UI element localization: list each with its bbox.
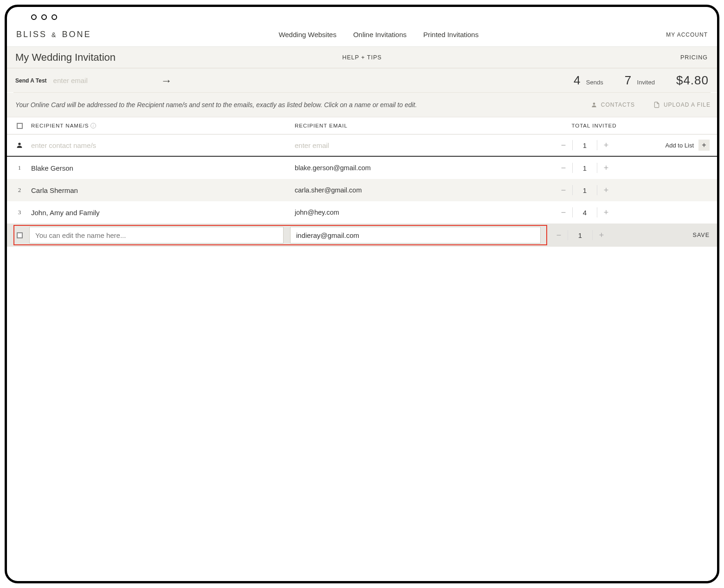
nav-printed-invitations[interactable]: Printed Invitations [423,31,478,38]
sub-header: My Wedding Invitation HELP + TIPS PRICIN… [7,47,717,68]
select-all-checkbox[interactable] [17,123,23,129]
sends-number: 4 [574,73,580,87]
recipient-email[interactable]: john@hey.com [295,209,545,216]
edit-name-field[interactable] [29,227,284,243]
decrement-button[interactable]: − [555,184,572,197]
recipient-name[interactable]: Carla Sherman [26,186,295,194]
count-stepper: − 1 + [550,229,629,242]
increment-button[interactable]: + [597,161,615,174]
row-index: 3 [13,209,26,216]
edit-email-input[interactable] [296,231,535,239]
top-bar: BLISS & BONE Wedding Websites Online Inv… [7,23,717,47]
decrement-button[interactable]: − [555,206,572,219]
count-stepper: − 1 + [555,184,634,197]
decrement-button[interactable]: − [555,161,572,174]
add-count-value: 1 [573,141,597,149]
top-nav: Wedding Websites Online Invitations Prin… [278,31,478,38]
table-row: 1 Blake Gerson blake.gerson@gmail.com − … [7,157,717,179]
recipient-email[interactable]: blake.gerson@gmail.com [295,164,545,172]
add-to-list-action: Add to List + [666,140,711,151]
recipient-name[interactable]: John, Amy and Family [26,209,295,217]
stat-sends: 4 Sends [574,73,603,88]
sends-label: Sends [582,79,603,86]
send-test-row: Send A Test → 4 Sends 7 Invited $4.80 [7,68,717,92]
instruction-row: Your Online Card will be addressed to th… [7,93,717,117]
upload-file-button[interactable]: UPLOAD A FILE [653,102,711,108]
person-icon [13,141,26,149]
stat-invited: 7 Invited [625,73,655,88]
app-window: BLISS & BONE Wedding Websites Online Inv… [5,5,719,583]
add-email-input[interactable] [295,141,545,149]
table-row: 2 Carla Sherman carla.sher@gmail.com − 1… [7,179,717,201]
recipient-name[interactable]: Blake Gerson [26,164,295,172]
contacts-label: CONTACTS [601,102,635,108]
window-dot[interactable] [41,14,47,20]
edit-name-input[interactable] [35,231,278,239]
stats-group: 4 Sends 7 Invited $4.80 [574,73,711,88]
instruction-text: Your Online Card will be addressed to th… [13,101,417,109]
increment-button[interactable]: + [597,206,615,219]
brand-right: BONE [62,30,91,39]
count-value: 4 [573,209,597,217]
my-account-link[interactable]: MY ACCOUNT [666,32,711,38]
add-name-input[interactable] [26,141,295,149]
add-to-list-label[interactable]: Add to List [666,142,694,149]
decrement-button[interactable]: − [555,139,572,152]
brand-amp: & [51,31,58,38]
svg-point-0 [593,102,595,105]
table-row: 3 John, Amy and Family john@hey.com − 4 … [7,201,717,224]
nav-wedding-websites[interactable]: Wedding Websites [278,31,336,38]
save-button[interactable]: SAVE [693,232,711,238]
increment-button[interactable]: + [597,139,615,152]
recipient-email[interactable]: carla.sher@gmail.com [295,186,545,194]
row-checkbox[interactable] [17,232,23,238]
info-icon[interactable]: i [90,123,96,128]
count-stepper: − 1 + [555,161,634,174]
decrement-button[interactable]: − [550,229,568,242]
edit-email-field[interactable] [290,227,541,243]
increment-button[interactable]: + [593,229,610,242]
window-controls [7,7,717,23]
increment-button[interactable]: + [597,184,615,197]
row-index: 1 [13,164,26,172]
count-value: 1 [573,164,597,172]
add-to-list-plus-button[interactable]: + [698,140,710,151]
file-icon [653,102,660,108]
add-contact-row: − 1 + Add to List + [7,134,717,157]
send-test-submit-arrow-icon[interactable]: → [146,75,172,86]
invited-number: 7 [625,73,631,87]
send-test-input[interactable] [53,77,146,84]
col-header-total: TOTAL INVITED [555,123,634,128]
count-stepper: − 4 + [555,206,634,219]
window-dot[interactable] [31,14,37,20]
brand-left: BLISS [16,30,47,39]
brand-logo[interactable]: BLISS & BONE [13,30,91,39]
price-display: $4.80 [676,73,709,88]
help-tips-link[interactable]: HELP + TIPS [7,54,717,61]
edit-row: − 1 + SAVE [7,224,717,247]
col-header-email: RECIPIENT EMAIL [295,123,545,128]
window-dot[interactable] [52,14,57,20]
nav-online-invitations[interactable]: Online Invitations [353,31,407,38]
add-count-stepper: − 1 + [555,139,634,152]
person-icon [591,102,597,108]
count-value: 1 [573,186,597,194]
count-value: 1 [568,231,592,239]
svg-point-1 [18,143,20,145]
contacts-button[interactable]: CONTACTS [591,102,635,108]
invited-label: Invited [634,79,655,86]
table-header: RECIPIENT NAME/S i RECIPIENT EMAIL TOTAL… [7,117,717,134]
help-actions: CONTACTS UPLOAD A FILE [591,102,711,108]
send-test-label: Send A Test [13,77,53,84]
col-header-name: RECIPIENT NAME/S i [26,123,295,128]
upload-label: UPLOAD A FILE [664,102,711,108]
row-index: 2 [13,186,26,194]
